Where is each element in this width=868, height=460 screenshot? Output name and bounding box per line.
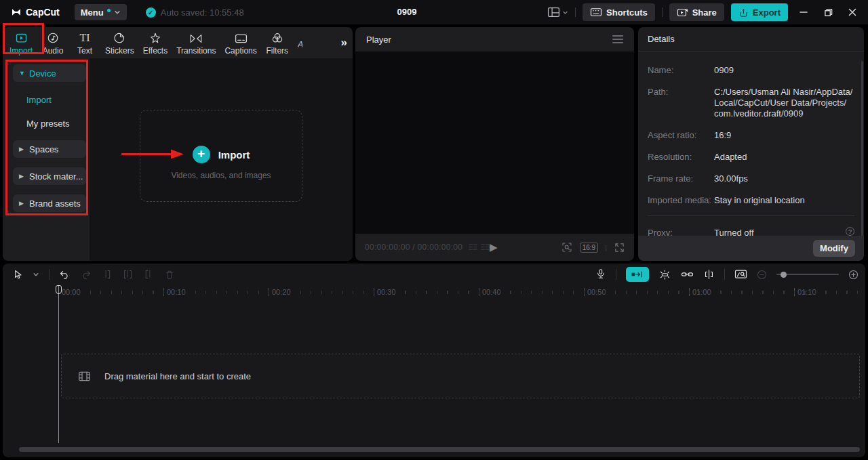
play-button[interactable]: ▶ — [490, 234, 498, 261]
zoom-out-icon — [757, 270, 767, 280]
zoom-slider-handle[interactable] — [781, 272, 787, 278]
tab-audio[interactable]: Audio — [41, 30, 64, 56]
link-button[interactable] — [681, 270, 694, 279]
export-button[interactable]: Export — [731, 3, 788, 21]
more-tabs-chevron-icon[interactable]: » — [341, 36, 347, 49]
tab-captions[interactable]: Captions — [224, 30, 256, 56]
split-icon — [122, 269, 134, 280]
preview-axis-button[interactable] — [734, 269, 747, 280]
detail-label: Path: — [648, 87, 714, 119]
menu-button[interactable]: Menu — [75, 4, 127, 20]
detail-row-path: Path: C:/Users/Usman Ali Nasir/AppData/ … — [648, 87, 854, 119]
microphone-icon — [595, 268, 606, 280]
shortcuts-button[interactable]: Shortcuts — [583, 3, 655, 21]
tool-dropdown-button[interactable] — [33, 271, 39, 278]
playhead-handle[interactable] — [56, 285, 62, 294]
main-track-magnet-button[interactable] — [658, 269, 671, 280]
minimize-button[interactable] — [795, 3, 812, 21]
shortcuts-label: Shortcuts — [606, 7, 648, 18]
mirror-split-button[interactable] — [703, 269, 715, 280]
close-button[interactable] — [844, 3, 861, 21]
details-scrollbar[interactable] — [861, 61, 863, 251]
player-menu-icon[interactable] — [612, 35, 623, 43]
snapshot-focus-icon[interactable] — [561, 241, 573, 253]
help-icon[interactable]: ? — [846, 227, 854, 236]
chevron-down-icon — [562, 9, 568, 16]
redo-button[interactable] — [80, 270, 92, 280]
import-dropzone-subtitle: Videos, audios, and images — [171, 171, 271, 180]
annotation-box-sidebar — [5, 60, 88, 215]
timeline-panel: 00:00 00:10 00:20 00:30 00:40 00:50 01:0… — [3, 264, 865, 457]
capcut-logo-icon — [11, 7, 22, 18]
tab-effects[interactable]: Effects — [143, 30, 167, 56]
layout-toggle-button[interactable] — [547, 7, 568, 18]
close-icon — [848, 8, 856, 16]
tab-label: Transitions — [176, 46, 216, 56]
titlebar-right-controls: Shortcuts Share Export — [547, 0, 868, 24]
player-panel-title: Player — [366, 35, 391, 45]
undo-button[interactable] — [59, 270, 71, 280]
titlebar-divider — [662, 7, 663, 17]
menu-notification-dot — [107, 9, 111, 12]
player-preview-area — [355, 51, 634, 234]
captions-tab-icon — [235, 30, 248, 44]
detail-label: Resolution: — [648, 152, 714, 163]
player-controls-divider: | — [605, 243, 607, 251]
select-tool-button[interactable] — [12, 269, 23, 280]
preview-axis-icon — [734, 269, 747, 280]
detail-row-aspect-ratio: Aspect ratio: 16:9 — [648, 130, 854, 141]
frame-list-icons — [469, 243, 490, 251]
capcut-app-window: { "titlebar": { "logo_text": "CapCut", "… — [0, 0, 868, 460]
tab-stickers[interactable]: Stickers — [105, 30, 134, 56]
player-controls: 00:00:00:00 / 00:00:00:00 ▶ 16:9 | — [355, 234, 634, 261]
modify-button[interactable]: Modify — [813, 240, 855, 257]
tab-label: Text — [77, 46, 92, 56]
playhead-line[interactable] — [58, 285, 59, 443]
undo-icon — [59, 270, 71, 280]
split-button[interactable] — [122, 269, 134, 280]
split-right-button[interactable] — [143, 269, 155, 280]
import-dropzone-title: Import — [218, 149, 250, 161]
modify-bar: Modify — [638, 236, 864, 261]
delete-button[interactable] — [164, 269, 175, 280]
tab-text[interactable]: TI Text — [73, 30, 96, 56]
layout-panels-icon — [547, 7, 560, 18]
zoom-in-button[interactable] — [848, 270, 859, 280]
import-dropzone-button[interactable]: + Import — [193, 146, 250, 163]
timeline-ruler[interactable]: 00:00 00:10 00:20 00:30 00:40 00:50 01:0… — [3, 285, 865, 299]
zoom-out-button[interactable] — [757, 270, 767, 280]
aspect-ratio-button[interactable]: 16:9 — [580, 243, 598, 253]
zoom-in-icon — [848, 270, 859, 280]
annotation-box-import-tab — [3, 23, 44, 54]
magnet-track-icon — [658, 269, 671, 280]
timeline-track-dropzone[interactable]: Drag material here and start to create — [61, 354, 860, 398]
restore-button[interactable] — [819, 3, 837, 21]
player-timecode: 00:00:00:00 / 00:00:00:00 — [365, 243, 462, 252]
detail-value: 30.00fps — [714, 173, 854, 184]
autosave-text: Auto saved: 10:55:48 — [161, 7, 244, 18]
player-panel: Player 00:00:00:00 / 00:00:00:00 ▶ 16:9 … — [355, 27, 634, 261]
share-button[interactable]: Share — [669, 3, 724, 21]
tab-label: Audio — [43, 46, 64, 56]
tab-label: Captions — [224, 46, 256, 56]
toolbar-divider — [616, 269, 616, 280]
details-panel-title: Details — [638, 27, 864, 51]
project-title: 0909 — [366, 0, 448, 24]
tab-filters[interactable]: Filters — [266, 30, 289, 56]
timeline-zoom-slider[interactable] — [776, 270, 839, 278]
ruler-minor-ticks — [58, 291, 862, 294]
tab-partial[interactable]: A — [298, 39, 302, 58]
player-header: Player — [355, 27, 634, 51]
tab-label: Stickers — [105, 46, 134, 56]
restore-icon — [824, 8, 833, 17]
tab-transitions[interactable]: Transitions — [176, 30, 216, 56]
stickers-tab-icon — [113, 30, 125, 44]
detail-row-name: Name: 0909 — [648, 65, 854, 76]
detail-value: Stay in original location — [714, 195, 854, 206]
record-voiceover-button[interactable] — [595, 268, 606, 280]
split-left-button[interactable] — [101, 269, 113, 280]
auto-snap-button[interactable] — [626, 267, 649, 282]
fullscreen-icon[interactable] — [614, 242, 625, 253]
timeline-horizontal-scrollbar[interactable] — [19, 447, 860, 452]
detail-row-frame-rate: Frame rate: 30.00fps — [648, 173, 854, 184]
